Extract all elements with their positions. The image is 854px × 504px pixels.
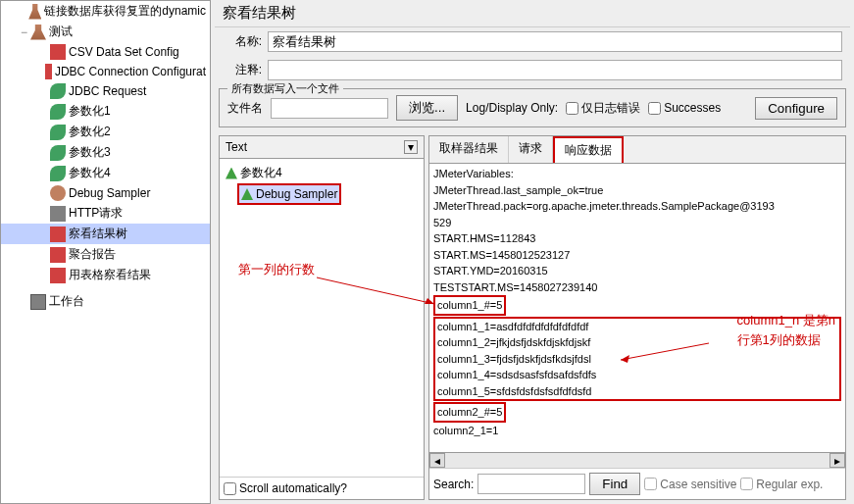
tree-item[interactable]: 参数化2 xyxy=(1,122,210,142)
jdbc-icon xyxy=(45,64,52,79)
success-icon xyxy=(226,168,237,179)
main-panel: 察看结果树 名称: 注释: 所有数据写入一个文件 文件名 浏览... Log/D… xyxy=(211,0,854,504)
data-line: JMeterThread.last_sample_ok=true xyxy=(433,182,841,199)
scroll-left-icon[interactable]: ◂ xyxy=(429,453,445,468)
data-line: 529 xyxy=(433,215,841,231)
data-line: column1_4=sdsdsasfsfdsafdsfdfs xyxy=(437,367,837,383)
tree-item[interactable]: JDBC Connection Configurat xyxy=(1,62,210,81)
file-label: 文件名 xyxy=(227,100,263,117)
boxed-col2: column2_#=5 xyxy=(433,402,506,423)
panel-title: 察看结果树 xyxy=(215,0,850,27)
case-checkbox[interactable]: Case sensitive xyxy=(644,478,736,491)
data-line: column1_5=sfdsfdsfdsfsdfdfdsfd xyxy=(437,383,837,400)
tree-item[interactable]: 参数化3 xyxy=(1,142,210,163)
boxed-block: column1_1=asdfdfdfdfdfdfdfdfdfcolumn1_2=… xyxy=(433,317,841,402)
tree-item[interactable]: JDBC Request xyxy=(1,81,210,101)
boxed-col1: column1_#=5 xyxy=(433,295,506,316)
leaf-icon xyxy=(50,125,66,140)
agg-icon xyxy=(50,247,66,263)
data-line: JMeterVariables: xyxy=(433,166,841,182)
scroll-auto-checkbox[interactable]: Scroll automatically? xyxy=(224,481,347,495)
tree-label: 参数化3 xyxy=(69,144,111,161)
tree-item[interactable]: 察看结果树 xyxy=(1,224,210,244)
errors-checkbox[interactable]: 仅日志错误 xyxy=(566,100,640,117)
leaf-icon xyxy=(50,104,66,120)
tree-label: 测试 xyxy=(49,24,73,40)
tab-request[interactable]: 请求 xyxy=(509,136,553,163)
beaker-icon xyxy=(30,25,46,40)
browse-button[interactable]: 浏览... xyxy=(396,95,458,121)
tree-label: 参数化1 xyxy=(69,103,111,120)
log-label: Log/Display Only: xyxy=(466,101,558,115)
leaf-icon xyxy=(50,145,66,161)
tree-label: 参数化2 xyxy=(69,124,111,140)
data-line: column2_1=1 xyxy=(433,423,841,439)
tree-label: HTTP请求 xyxy=(69,205,123,222)
data-line: column1_2=jfkjdsfjdskfdjskfdjskf xyxy=(437,334,837,351)
workbench-label: 工作台 xyxy=(49,293,84,310)
sample-tree-panel: Text ▾ 参数化4Debug Sampler Scroll automati… xyxy=(219,135,425,500)
tree-item[interactable]: 链接数据库获得复置的dynamic xyxy=(1,1,210,22)
tree-label: 参数化4 xyxy=(69,165,111,181)
regex-checkbox[interactable]: Regular exp. xyxy=(740,478,823,491)
sample-item[interactable]: Debug Sampler xyxy=(237,183,341,205)
tree-item[interactable]: HTTP请求 xyxy=(1,203,210,224)
tree-item[interactable]: 聚合报告 xyxy=(1,244,210,265)
successes-checkbox[interactable]: Successes xyxy=(648,101,721,115)
data-line: column1_3=fjdsfjdskfjdsfkdsjfdsl xyxy=(437,351,837,368)
data-line: START.YMD=20160315 xyxy=(433,263,841,279)
tree-label: CSV Data Set Config xyxy=(69,45,179,59)
tree-label: 察看结果树 xyxy=(69,226,127,242)
search-input[interactable] xyxy=(477,474,585,494)
tab-response[interactable]: 响应数据 xyxy=(553,136,624,163)
response-panel: 取样器结果 请求 响应数据 JMeterVariables:JMeterThre… xyxy=(428,135,846,500)
tree-item[interactable]: Debug Sampler xyxy=(1,183,210,203)
csv-icon xyxy=(50,44,66,60)
http-icon xyxy=(50,206,66,222)
configure-button[interactable]: Configure xyxy=(755,97,837,120)
text-label: Text xyxy=(226,140,247,154)
file-input[interactable] xyxy=(271,98,388,119)
tree-item[interactable]: CSV Data Set Config xyxy=(1,42,210,62)
tree-item[interactable]: 用表格察看结果 xyxy=(1,265,210,285)
success-icon xyxy=(241,188,253,200)
response-body[interactable]: JMeterVariables:JMeterThread.last_sample… xyxy=(429,164,845,452)
leaf-icon xyxy=(50,166,66,181)
data-line: column1_1=asdfdfdfdfdfdfdfdfdf xyxy=(437,319,837,335)
tree-item[interactable]: 参数化4 xyxy=(1,163,210,183)
data-line: JMeterThread.pack=org.apache.jmeter.thre… xyxy=(433,198,841,215)
tab-sampler[interactable]: 取样器结果 xyxy=(429,136,509,163)
tree-label: 用表格察看结果 xyxy=(69,267,151,283)
tree-label: JDBC Connection Configurat xyxy=(55,65,206,78)
data-line: START.MS=1458012523127 xyxy=(433,247,841,264)
file-legend: 所有数据写入一个文件 xyxy=(227,81,343,96)
name-label: 名称: xyxy=(223,33,262,50)
tree-label: 链接数据库获得复置的dynamic xyxy=(44,3,206,20)
workbench-icon xyxy=(30,294,46,310)
tree-label: Debug Sampler xyxy=(69,186,150,200)
tree-label: 聚合报告 xyxy=(69,246,116,263)
table-icon xyxy=(50,268,66,283)
workbench-item[interactable]: 工作台 xyxy=(1,291,210,312)
leaf-icon xyxy=(50,83,66,99)
tree-panel: 链接数据库获得复置的dynamic−测试CSV Data Set ConfigJ… xyxy=(0,0,211,504)
tree-item[interactable]: 参数化1 xyxy=(1,101,210,122)
file-fieldset: 所有数据写入一个文件 文件名 浏览... Log/Display Only: 仅… xyxy=(219,88,846,127)
tree-icon xyxy=(50,227,66,242)
data-line: TESTSTART.MS=1458027239140 xyxy=(433,279,841,296)
search-label: Search: xyxy=(433,478,474,491)
dropdown-icon[interactable]: ▾ xyxy=(404,140,418,154)
scroll-right-icon[interactable]: ▸ xyxy=(829,453,845,468)
name-input[interactable] xyxy=(268,31,842,52)
tree-label: JDBC Request xyxy=(69,84,146,98)
bug-icon xyxy=(50,185,66,201)
beaker-icon xyxy=(28,4,41,20)
comment-label: 注释: xyxy=(223,62,262,78)
data-line: START.HMS=112843 xyxy=(433,230,841,247)
sample-item[interactable]: 参数化4 xyxy=(224,163,420,183)
tree-item[interactable]: −测试 xyxy=(1,22,210,42)
scrollbar-horizontal[interactable]: ◂ ▸ xyxy=(429,452,845,468)
find-button[interactable]: Find xyxy=(589,473,640,495)
comment-input[interactable] xyxy=(268,60,842,80)
